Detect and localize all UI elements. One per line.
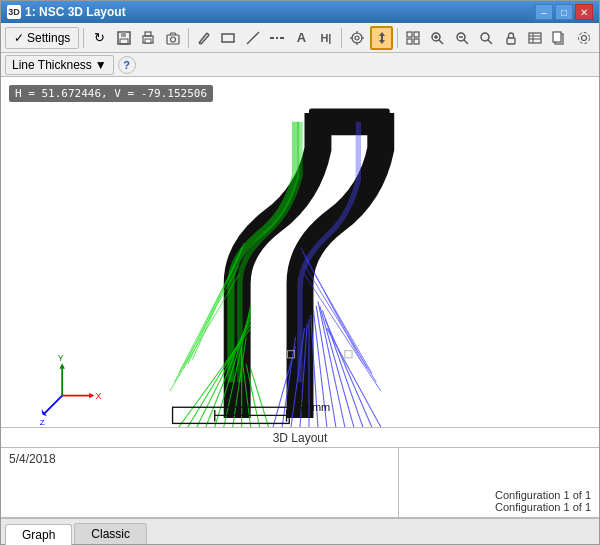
svg-point-17	[352, 33, 362, 43]
svg-point-44	[578, 32, 589, 43]
title-controls: – □ ✕	[535, 4, 593, 20]
svg-line-13	[247, 32, 259, 44]
svg-line-28	[439, 40, 443, 44]
svg-rect-23	[407, 32, 412, 37]
svg-line-35	[488, 40, 492, 44]
lock-button[interactable]	[499, 26, 521, 50]
window-title: 1: NSC 3D Layout	[25, 5, 126, 19]
svg-rect-36	[507, 38, 515, 44]
date-label: 5/4/2018	[9, 452, 56, 466]
dropdown-arrow-icon: ▼	[95, 58, 107, 72]
svg-line-32	[464, 40, 468, 44]
main-window: 3D 1: NSC 3D Layout – □ ✕ ✓ Settings ↻	[0, 0, 600, 545]
list-button[interactable]	[524, 26, 546, 50]
config2-label: Configuration 1 of 1	[495, 501, 591, 513]
svg-rect-42	[553, 32, 561, 42]
info-right: Configuration 1 of 1 Configuration 1 of …	[399, 448, 599, 517]
copy-button[interactable]	[548, 26, 570, 50]
svg-rect-6	[167, 35, 179, 44]
svg-rect-25	[407, 39, 412, 44]
search-button[interactable]	[475, 26, 497, 50]
toolbar-separator-1	[83, 28, 84, 48]
layout-label-text: 3D Layout	[273, 431, 328, 445]
toolbar-separator-4	[397, 28, 398, 48]
close-button[interactable]: ✕	[575, 4, 593, 20]
zoom-in-button[interactable]	[426, 26, 448, 50]
svg-rect-5	[145, 39, 151, 43]
title-bar-left: 3D 1: NSC 3D Layout	[7, 5, 126, 19]
save-button[interactable]	[113, 26, 135, 50]
tab-bar: Graph Classic	[1, 518, 599, 544]
info-left: 5/4/2018	[1, 448, 399, 517]
svg-rect-46	[309, 108, 390, 135]
tab-graph-label: Graph	[22, 528, 55, 542]
config1-label: Configuration 1 of 1	[495, 489, 591, 501]
text-h-button[interactable]: H|	[315, 26, 337, 50]
svg-text:Z: Z	[40, 418, 45, 427]
grid-button[interactable]	[402, 26, 424, 50]
minimize-button[interactable]: –	[535, 4, 553, 20]
settings-button[interactable]: ✓ Settings	[5, 27, 79, 49]
arrows-button[interactable]	[370, 26, 393, 50]
svg-point-34	[481, 33, 489, 41]
line-thickness-button[interactable]: Line Thickness ▼	[5, 55, 114, 75]
svg-rect-4	[145, 32, 151, 36]
text-a-button[interactable]: A	[290, 26, 312, 50]
pencil-button[interactable]	[193, 26, 215, 50]
coords-label: H = 51.672446, V = -79.152506	[9, 85, 213, 102]
tab-graph[interactable]: Graph	[5, 524, 72, 545]
main-toolbar: ✓ Settings ↻ A H|	[1, 23, 599, 53]
toolbar-separator-3	[341, 28, 342, 48]
svg-point-18	[355, 36, 359, 40]
settings2-button[interactable]	[573, 26, 595, 50]
camera-button[interactable]	[161, 26, 183, 50]
line-button[interactable]	[242, 26, 264, 50]
svg-point-43	[581, 35, 586, 40]
checkmark-icon: ✓	[14, 31, 24, 45]
tab-classic[interactable]: Classic	[74, 523, 147, 544]
svg-point-7	[170, 37, 175, 42]
dash-button[interactable]	[266, 26, 288, 50]
print-button[interactable]	[137, 26, 159, 50]
help-icon: ?	[123, 59, 130, 71]
rectangle-button[interactable]	[217, 26, 239, 50]
settings-label: Settings	[27, 31, 70, 45]
svg-rect-24	[414, 32, 419, 37]
subbar: Line Thickness ▼ ?	[1, 53, 599, 77]
svg-line-11	[199, 43, 201, 44]
window-icon: 3D	[7, 5, 21, 19]
target-button[interactable]	[346, 26, 368, 50]
refresh-button[interactable]: ↻	[88, 26, 110, 50]
viewport[interactable]: H = 51.672446, V = -79.152506	[1, 77, 599, 428]
svg-rect-37	[529, 33, 541, 43]
bottom-info: 5/4/2018 Configuration 1 of 1 Configurat…	[1, 448, 599, 518]
toolbar-separator-2	[188, 28, 189, 48]
help-button[interactable]: ?	[118, 56, 136, 74]
scale-label: 50 mm	[297, 401, 331, 413]
layout-label: 3D Layout	[1, 428, 599, 448]
svg-rect-26	[414, 39, 419, 44]
title-bar: 3D 1: NSC 3D Layout – □ ✕	[1, 1, 599, 23]
line-thickness-label: Line Thickness	[12, 58, 92, 72]
maximize-button[interactable]: □	[555, 4, 573, 20]
svg-rect-1	[121, 32, 126, 37]
svg-rect-12	[222, 34, 234, 42]
tab-classic-label: Classic	[91, 527, 130, 541]
svg-line-9	[207, 33, 209, 35]
svg-text:X: X	[95, 391, 101, 401]
svg-text:Y: Y	[58, 353, 64, 363]
zoom-out-button[interactable]	[451, 26, 473, 50]
